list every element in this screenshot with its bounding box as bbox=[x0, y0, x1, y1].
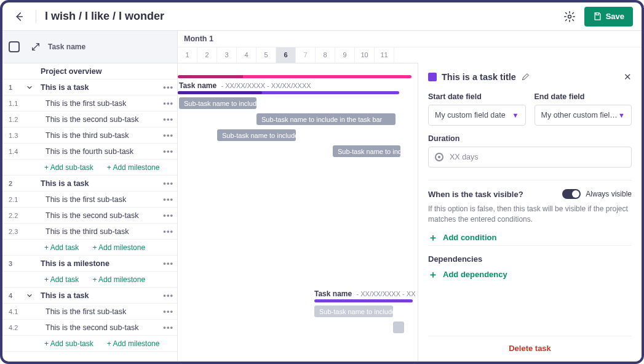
end-date-field-group: End date field My other custom fiel… ▼ bbox=[535, 92, 632, 126]
timeline-day-ruler: 1234567891011 bbox=[178, 47, 642, 63]
add-task-button[interactable]: + Add task bbox=[44, 275, 79, 284]
add-subtask-button[interactable]: + Add sub-task bbox=[44, 339, 93, 348]
timeline-day[interactable]: 3 bbox=[217, 47, 237, 63]
timeline-day[interactable]: 7 bbox=[296, 47, 316, 63]
start-date-field-group: Start date field My custom field date ▼ bbox=[428, 92, 526, 126]
row-menu-button[interactable]: ••• bbox=[159, 323, 173, 332]
row-menu-button[interactable]: ••• bbox=[159, 115, 173, 124]
summary-bar-task-4[interactable] bbox=[314, 299, 413, 302]
delete-task-button[interactable]: Delete task bbox=[428, 336, 632, 355]
row-menu-button[interactable]: ••• bbox=[159, 179, 173, 188]
add-dependency-button[interactable]: ＋ Add dependency bbox=[428, 270, 632, 280]
row-add-actions: + Add task + Add milestone bbox=[2, 240, 177, 256]
add-milestone-button[interactable]: + Add milestone bbox=[107, 339, 160, 348]
save-button[interactable]: Save bbox=[584, 7, 633, 26]
pencil-icon bbox=[521, 73, 530, 81]
duration-label: Duration bbox=[428, 134, 632, 143]
row-menu-button[interactable]: ••• bbox=[159, 259, 173, 268]
row-menu-button[interactable]: ••• bbox=[159, 307, 173, 316]
task-rows: Project overview 1 This is a task ••• 1.… bbox=[2, 63, 177, 362]
target-icon bbox=[435, 153, 443, 161]
row-task-2[interactable]: 2 This is a task ••• bbox=[2, 176, 177, 192]
timeline-day[interactable]: 5 bbox=[256, 47, 276, 63]
expand-icon bbox=[31, 42, 41, 52]
gantt-bar-1-2[interactable]: Sub-task name to include in the task bar bbox=[256, 113, 396, 125]
separator bbox=[36, 10, 36, 23]
row-project-overview[interactable]: Project overview bbox=[2, 63, 177, 79]
row-subtask-1-3[interactable]: 1.3 This is the third sub-task ••• bbox=[2, 127, 177, 144]
row-subtask-2-2[interactable]: 2.2 This is the second sub-task ••• bbox=[2, 208, 177, 224]
row-milestone-3[interactable]: 3 This is a milestone ••• bbox=[2, 256, 177, 272]
row-label: This is the second sub-task bbox=[41, 211, 159, 220]
add-subtask-button[interactable]: + Add sub-task bbox=[44, 163, 93, 172]
save-icon bbox=[593, 12, 602, 21]
row-subtask-4-2[interactable]: 4.2 This is the second sub-task ••• bbox=[2, 320, 177, 336]
visibility-label: When is the task visible? bbox=[428, 190, 523, 199]
duration-input[interactable]: XX days bbox=[428, 147, 632, 168]
row-menu-button[interactable]: ••• bbox=[159, 291, 173, 300]
timeline-day[interactable]: 2 bbox=[197, 47, 217, 63]
gantt-bar-4-2[interactable] bbox=[393, 322, 404, 333]
plus-icon: ＋ bbox=[428, 270, 438, 280]
add-milestone-button[interactable]: + Add milestone bbox=[92, 275, 145, 284]
timeline-day[interactable]: 9 bbox=[335, 47, 355, 63]
caret-down-icon: ▼ bbox=[512, 111, 519, 119]
visibility-section: When is the task visible? Always visible… bbox=[428, 180, 632, 243]
timeline-day[interactable]: 11 bbox=[375, 47, 394, 63]
row-subtask-2-3[interactable]: 2.3 This is the third sub-task ••• bbox=[2, 224, 177, 240]
add-milestone-button[interactable]: + Add milestone bbox=[92, 243, 145, 252]
gantt-bar-1-3[interactable]: Sub-task name to include… bbox=[217, 129, 296, 141]
end-date-select[interactable]: My other custom fiel… ▼ bbox=[535, 105, 632, 126]
row-menu-button[interactable]: ••• bbox=[159, 131, 173, 140]
save-label: Save bbox=[606, 12, 624, 21]
row-menu-button[interactable]: ••• bbox=[159, 195, 173, 204]
task-list-header: Task name bbox=[2, 31, 177, 63]
start-date-label: Start date field bbox=[428, 92, 526, 101]
row-menu-button[interactable]: ••• bbox=[159, 99, 173, 108]
timeline-day[interactable]: 6 bbox=[276, 47, 296, 63]
row-task-4[interactable]: 4 This is a task ••• bbox=[2, 288, 177, 304]
chevron-down-icon[interactable] bbox=[26, 292, 41, 299]
dependencies-section: Dependencies ＋ Add dependency bbox=[428, 245, 632, 280]
row-subtask-4-1[interactable]: 4.1 This is the first sub-task ••• bbox=[2, 304, 177, 320]
gantt-task-label: Task name - XX/XX/XXXX - XX/XX/XXXX bbox=[179, 81, 311, 90]
timeline-day[interactable]: 4 bbox=[237, 47, 256, 63]
add-condition-button[interactable]: ＋ Add condition bbox=[428, 233, 632, 243]
duration-field-group: Duration XX days bbox=[428, 134, 632, 168]
row-menu-button[interactable]: ••• bbox=[159, 227, 173, 236]
row-subtask-1-1[interactable]: 1.1 This is the first sub-task ••• bbox=[2, 95, 177, 111]
add-task-button[interactable]: + Add task bbox=[44, 243, 79, 252]
always-visible-toggle[interactable] bbox=[562, 189, 581, 199]
edit-title-button[interactable] bbox=[521, 73, 530, 81]
always-visible-label: Always visible bbox=[586, 190, 632, 198]
row-label: This is the first sub-task bbox=[41, 195, 159, 204]
gantt-bar-4-1[interactable]: Sub-task name to include… bbox=[314, 305, 393, 317]
row-add-actions: + Add sub-task + Add milestone bbox=[2, 160, 177, 176]
gantt-bar-1-4[interactable]: Sub-task name to include bbox=[333, 145, 400, 157]
row-label: This is the first sub-task bbox=[41, 99, 159, 108]
timeline-day[interactable]: 10 bbox=[355, 47, 375, 63]
close-panel-button[interactable]: ✕ bbox=[624, 71, 632, 83]
row-task-1[interactable]: 1 This is a task ••• bbox=[2, 79, 177, 95]
row-label: This is a task bbox=[41, 291, 159, 300]
row-menu-button[interactable]: ••• bbox=[159, 147, 173, 156]
row-subtask-1-2[interactable]: 1.2 This is the second sub-task ••• bbox=[2, 111, 177, 127]
expand-all-button[interactable] bbox=[31, 42, 44, 52]
task-color-chip bbox=[428, 73, 437, 81]
back-button[interactable] bbox=[11, 9, 27, 25]
row-menu-button[interactable]: ••• bbox=[159, 211, 173, 220]
timeline-day[interactable]: 1 bbox=[178, 47, 197, 63]
add-milestone-button[interactable]: + Add milestone bbox=[107, 163, 160, 172]
settings-button[interactable] bbox=[561, 8, 578, 25]
chevron-down-icon[interactable] bbox=[26, 84, 41, 91]
row-subtask-2-1[interactable]: 2.1 This is the first sub-task ••• bbox=[2, 192, 177, 208]
start-date-select[interactable]: My custom field date ▼ bbox=[428, 105, 526, 126]
timeline-day[interactable]: 8 bbox=[316, 47, 335, 63]
row-subtask-1-4[interactable]: 1.4 This is the fourth sub-task ••• bbox=[2, 144, 177, 160]
summary-bar-task-1[interactable] bbox=[178, 91, 399, 94]
row-menu-button[interactable]: ••• bbox=[159, 83, 173, 92]
select-all-checkbox[interactable] bbox=[9, 41, 27, 52]
summary-bar-overview[interactable] bbox=[178, 75, 411, 78]
svg-point-0 bbox=[568, 15, 571, 18]
gantt-bar-1-1[interactable]: Sub-task name to include… bbox=[179, 97, 256, 109]
